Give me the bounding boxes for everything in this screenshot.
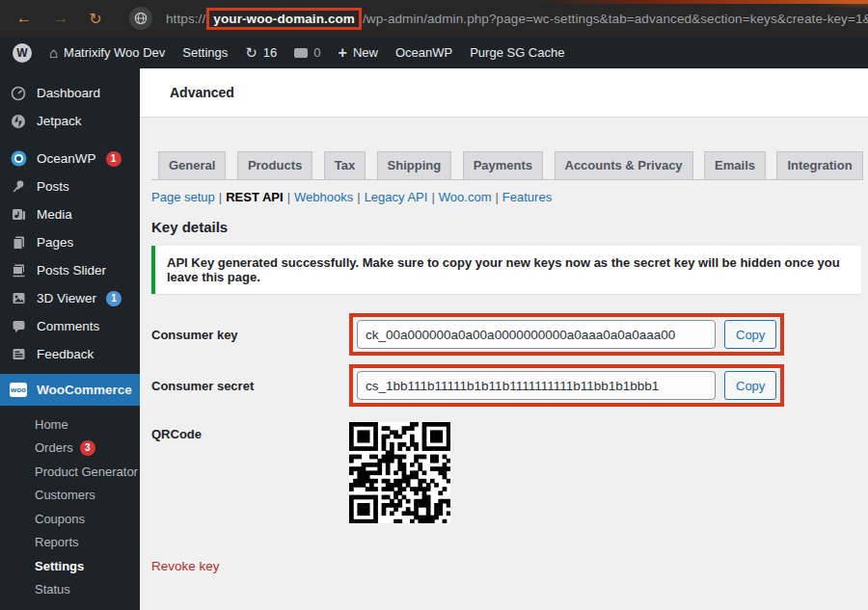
consumer-secret-row: Consumer secret Copy [151, 364, 868, 407]
consumer-secret-annotation: Copy [349, 364, 784, 407]
submenu-item-reports[interactable]: Reports [0, 531, 140, 555]
subnav-webhooks[interactable]: Webhooks [294, 190, 353, 204]
url-domain-annotation: your-woo-domain.com [206, 8, 362, 30]
sidebar-item-oceanwp[interactable]: OceanWP 1 [0, 145, 140, 172]
subnav-woo-com[interactable]: Woo.com [439, 190, 492, 204]
url-scheme: https:// [166, 12, 205, 26]
sidebar-item-label: Media [37, 207, 72, 222]
content-header: Advanced [140, 68, 868, 118]
purge-cache-label: Purge SG Cache [470, 45, 564, 60]
advanced-subnav: Page setup|REST API|Webhooks|Legacy API|… [151, 190, 868, 204]
tab-payments[interactable]: Payments [463, 151, 543, 180]
sidebar-item-pages[interactable]: Pages [0, 228, 140, 256]
woocommerce-icon: woo [10, 382, 27, 399]
sidebar-item-label: Posts Slider [37, 263, 106, 278]
plus-icon: + [339, 44, 347, 62]
subnav-separator: | [357, 190, 360, 204]
submenu-item-status[interactable]: Status [0, 578, 140, 602]
new-content-menu[interactable]: + New [330, 37, 387, 68]
subnav-separator: | [219, 190, 222, 204]
url-path: /wp-admin/admin.php?page=wc-settings&tab… [363, 12, 868, 26]
sidebar-item-label: WooCommerce [37, 383, 132, 397]
url-text: https://your-woo-domain.com/wp-admin/adm… [166, 8, 868, 30]
sidebar-item-jetpack[interactable]: Jetpack [0, 107, 140, 135]
sidebar-item-posts-slider[interactable]: Posts Slider [0, 256, 140, 284]
sidebar-item-posts[interactable]: Posts [0, 172, 140, 200]
submenu-label: Orders [35, 440, 73, 455]
success-notice: API Key generated successfully. Make sur… [151, 246, 861, 294]
wp-logo-menu[interactable]: W [0, 37, 41, 68]
consumer-key-annotation: Copy [349, 313, 784, 356]
sidebar-item-media[interactable]: Media [0, 200, 140, 228]
subnav-rest-api[interactable]: REST API [226, 190, 283, 204]
feedback-form-icon [10, 346, 27, 363]
subnav-legacy-api[interactable]: Legacy API [365, 190, 428, 204]
comments-icon [10, 318, 27, 335]
browser-toolbar: ← → ↻ https://your-woo-domain.com/wp-adm… [0, 0, 868, 37]
oceanwp-logo-icon [10, 150, 27, 168]
sidebar-item-feedback[interactable]: Feedback [0, 340, 140, 368]
consumer-secret-copy-button[interactable]: Copy [724, 371, 776, 400]
tab-emails[interactable]: Emails [704, 151, 766, 180]
sidebar-item-label: Pages [37, 235, 73, 250]
settings-tabs: General Products Tax Shipping Payments A… [140, 150, 868, 180]
sidebar-item-label: 3D Viewer [37, 291, 96, 305]
submenu-label: Settings [35, 559, 84, 573]
tab-tax[interactable]: Tax [324, 151, 366, 180]
submenu-item-orders[interactable]: Orders3 [0, 437, 140, 461]
browser-reload-icon[interactable]: ↻ [83, 10, 108, 28]
home-icon: ⌂ [49, 44, 58, 61]
submenu-item-coupons[interactable]: Coupons [0, 507, 140, 531]
submenu-item-product-generator[interactable]: Product Generator [0, 460, 140, 484]
subnav-separator: | [431, 190, 434, 204]
tab-accounts-privacy[interactable]: Accounts & Privacy [555, 151, 693, 180]
tab-integration[interactable]: Integration [776, 151, 862, 180]
success-notice-text: API Key generated successfully. Make sur… [167, 255, 840, 284]
consumer-key-copy-button[interactable]: Copy [724, 320, 776, 349]
customize-settings-menu[interactable]: Settings [174, 37, 236, 68]
comment-bubble-icon [294, 48, 308, 58]
address-bar[interactable]: https://your-woo-domain.com/wp-admin/adm… [129, 4, 868, 33]
new-label: New [353, 45, 378, 60]
jetpack-icon [10, 113, 27, 130]
subnav-features[interactable]: Features [502, 190, 552, 204]
sidebar-item-dashboard[interactable]: Dashboard [0, 79, 140, 107]
subnav-page-setup[interactable]: Page setup [151, 190, 215, 204]
browser-forward-icon[interactable]: → [48, 9, 73, 28]
pushpin-icon [10, 178, 27, 196]
tab-general[interactable]: General [158, 151, 226, 180]
sidebar-item-label: Dashboard [37, 86, 100, 100]
woocommerce-submenu: Home Orders3 Product Generator Customers… [0, 406, 140, 601]
tab-products[interactable]: Products [237, 151, 312, 180]
sidebar-item-woocommerce[interactable]: woo WooCommerce [0, 374, 140, 406]
qrcode-row: QRCode [151, 422, 868, 523]
sidebar-item-comments[interactable]: Comments [0, 312, 140, 340]
consumer-secret-label: Consumer secret [151, 379, 349, 393]
updates-menu[interactable]: ↻ 16 [236, 37, 285, 68]
revoke-key-link[interactable]: Revoke key [151, 559, 220, 573]
site-info-icon[interactable] [129, 7, 152, 30]
main-content: Advanced General Products Tax Shipping P… [140, 68, 868, 610]
slider-images-icon [10, 262, 27, 279]
oceanwp-menu[interactable]: OceanWP [387, 37, 461, 68]
settings-label: Settings [182, 45, 228, 60]
site-name-menu[interactable]: ⌂ Matrixify Woo Dev [41, 37, 174, 68]
purge-cache-menu[interactable]: Purge SG Cache [461, 37, 573, 68]
sidebar-item-3d-viewer[interactable]: 3D Viewer 1 [0, 284, 140, 312]
qr-code [349, 422, 450, 523]
submenu-item-home[interactable]: Home [0, 412, 140, 437]
consumer-key-input[interactable] [357, 320, 716, 349]
submenu-label: Customers [35, 488, 95, 502]
comments-menu[interactable]: 0 [285, 37, 329, 68]
comments-count: 0 [313, 45, 320, 60]
updates-icon: ↻ [245, 44, 258, 62]
oceanwp-badge: 1 [106, 151, 122, 167]
consumer-secret-input[interactable] [357, 371, 716, 400]
submenu-item-customers[interactable]: Customers [0, 484, 140, 508]
tab-shipping[interactable]: Shipping [377, 151, 452, 180]
submenu-item-settings[interactable]: Settings [0, 554, 140, 578]
submenu-label: Status [35, 582, 70, 597]
sidebar-item-label: Comments [37, 319, 99, 333]
3d-viewer-badge: 1 [106, 291, 122, 306]
browser-back-icon[interactable]: ← [12, 9, 37, 28]
